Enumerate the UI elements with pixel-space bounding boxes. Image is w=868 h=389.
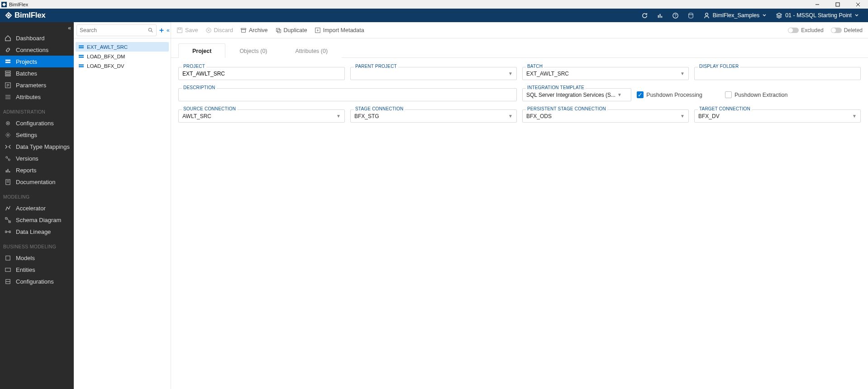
chevron-down-icon: ▼ <box>617 92 622 97</box>
deleted-toggle[interactable]: Deleted <box>831 27 863 33</box>
svg-point-11 <box>705 13 708 15</box>
project-item-load-bfx-dv[interactable]: LOAD_BFX_DV <box>76 61 169 71</box>
project-item-ext-awlt-src[interactable]: EXT_AWLT_SRC <box>76 42 169 52</box>
nav-documentation[interactable]: Documentation <box>0 176 74 188</box>
excluded-toggle[interactable]: Excluded <box>788 27 823 33</box>
nav-connections[interactable]: Connections <box>0 44 74 56</box>
chevron-down-icon: ▼ <box>680 71 685 76</box>
chevron-down-icon: ▼ <box>508 114 513 119</box>
project-search[interactable] <box>76 24 157 36</box>
chevron-down-icon <box>854 13 859 18</box>
nav-versions[interactable]: Versions <box>0 152 74 164</box>
svg-rect-16 <box>5 75 10 76</box>
svg-line-45 <box>151 31 153 32</box>
svg-rect-41 <box>5 268 10 271</box>
target-connection-select[interactable]: BFX_DV▼ <box>694 109 861 123</box>
version-picker[interactable]: 01 - MSSQL Starting Point <box>771 9 863 22</box>
project-icon <box>78 54 84 59</box>
svg-point-24 <box>7 134 9 136</box>
integration-template-select[interactable]: SQL Server Integration Services (S...▼ <box>522 88 631 101</box>
logo-text: BimlFlex <box>14 11 45 20</box>
svg-rect-49 <box>79 47 84 48</box>
batch-select[interactable]: EXT_AWLT_SRC▼ <box>522 67 689 80</box>
project-icon <box>78 44 84 49</box>
collapse-list-button[interactable]: « <box>167 25 170 35</box>
nav-configurations[interactable]: Configurations <box>0 117 74 129</box>
sidebar: « Dashboard Connections Projects Batches… <box>0 22 74 389</box>
nav-attributes[interactable]: Attributes <box>0 91 74 103</box>
help-button[interactable]: ? <box>668 9 683 22</box>
database-button[interactable] <box>683 9 699 22</box>
display-folder-input[interactable] <box>694 67 861 80</box>
nav-datatype-mappings[interactable]: Data Type Mappings <box>0 141 74 152</box>
svg-point-26 <box>8 159 10 161</box>
svg-rect-52 <box>79 64 84 65</box>
svg-rect-40 <box>6 256 10 260</box>
chevron-down-icon: ▼ <box>508 71 513 76</box>
sidebar-collapse-button[interactable]: « <box>68 25 71 31</box>
top-nav: BimlFlex ? BimlFlex_Samples 01 - MSSQL S… <box>0 9 868 22</box>
check-icon: ✓ <box>637 91 644 98</box>
field-parent-project: PARENT PROJECT ▼ <box>350 67 517 80</box>
nav-entities[interactable]: Entities <box>0 264 74 275</box>
svg-rect-62 <box>277 29 281 33</box>
nav-projects[interactable]: Projects <box>0 56 74 67</box>
customer-name: BimlFlex_Samples <box>713 12 760 19</box>
save-button[interactable]: Save <box>176 27 198 33</box>
nav-reports[interactable]: Reports <box>0 164 74 176</box>
svg-rect-50 <box>79 55 84 56</box>
nav-schema-diagram[interactable]: Schema Diagram <box>0 214 74 226</box>
nav-data-lineage[interactable]: Data Lineage <box>0 226 74 237</box>
svg-rect-34 <box>5 217 7 219</box>
nav-accelerator[interactable]: Accelerator <box>0 202 74 214</box>
duplicate-button[interactable]: Duplicate <box>275 27 307 33</box>
tab-objects[interactable]: Objects (0) <box>225 43 281 58</box>
window-minimize-button[interactable] <box>807 0 827 9</box>
pushdown-extraction-checkbox[interactable]: Pushdown Extraction <box>725 91 787 98</box>
project-form: PROJECT PARENT PROJECT ▼ BATCH EXT_AWLT_… <box>171 58 868 132</box>
nav-settings[interactable]: Settings <box>0 129 74 141</box>
nav-parameters[interactable]: PParameters <box>0 79 74 91</box>
tab-attributes[interactable]: Attributes (0) <box>281 43 342 58</box>
import-metadata-button[interactable]: Import Metadata <box>315 27 364 33</box>
stage-connection-select[interactable]: BFX_STG▼ <box>350 109 517 123</box>
project-search-input[interactable] <box>80 27 148 33</box>
description-input[interactable] <box>178 88 517 101</box>
sidebar-header-admin: ADMINISTRATION <box>0 103 74 117</box>
field-source-connection: SOURCE CONNECTION AWLT_SRC▼ <box>178 109 345 123</box>
customer-picker[interactable]: BimlFlex_Samples <box>699 9 772 22</box>
window-maximize-button[interactable] <box>827 0 848 9</box>
chevron-down-icon <box>762 13 767 18</box>
source-connection-select[interactable]: AWLT_SRC▼ <box>178 109 345 123</box>
svg-point-25 <box>6 156 8 158</box>
sidebar-header-business: BUSINESS MODELING <box>0 237 74 252</box>
pushdown-processing-checkbox[interactable]: ✓Pushdown Processing <box>637 91 702 98</box>
svg-rect-51 <box>79 57 84 57</box>
archive-button[interactable]: Archive <box>240 27 268 33</box>
svg-line-27 <box>7 158 9 159</box>
tab-project[interactable]: Project <box>178 43 225 58</box>
nav-models[interactable]: Models <box>0 252 74 264</box>
svg-rect-29 <box>8 169 9 172</box>
nav-dashboard[interactable]: Dashboard <box>0 32 74 44</box>
refresh-button[interactable] <box>637 9 653 22</box>
svg-line-36 <box>7 218 10 222</box>
svg-rect-28 <box>6 170 7 172</box>
toggle-switch <box>831 28 842 33</box>
project-item-load-bfx-dm[interactable]: LOAD_BFX_DM <box>76 52 169 61</box>
app-icon <box>1 1 7 8</box>
field-project: PROJECT <box>178 67 345 80</box>
field-target-connection: TARGET CONNECTION BFX_DV▼ <box>694 109 861 123</box>
add-project-button[interactable] <box>158 25 165 35</box>
reports-button[interactable] <box>653 9 668 22</box>
window-title: BimlFlex <box>9 2 28 7</box>
window-close-button[interactable] <box>848 0 868 9</box>
field-stage-connection: STAGE CONNECTION BFX_STG▼ <box>350 109 517 123</box>
svg-rect-54 <box>177 28 182 33</box>
nav-business-configurations[interactable]: Configurations <box>0 275 74 287</box>
project-input[interactable] <box>178 67 345 80</box>
persistent-stage-connection-select[interactable]: BFX_ODS▼ <box>522 109 689 123</box>
discard-button[interactable]: Discard <box>205 27 233 33</box>
nav-batches[interactable]: Batches <box>0 67 74 79</box>
parent-project-select[interactable]: ▼ <box>350 67 517 80</box>
